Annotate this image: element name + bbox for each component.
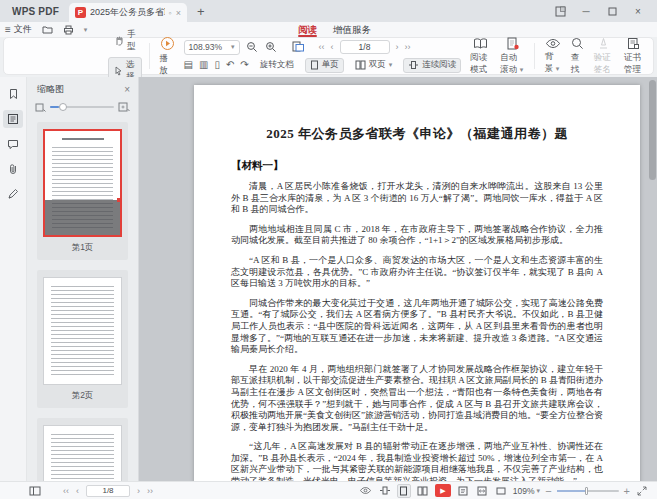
- rotate-right-icon[interactable]: ↷: [240, 60, 248, 70]
- document-tab[interactable]: P 2025年公务员多省联考《申论... ◦ ×: [69, 3, 187, 22]
- menubar: ≡ 文件 ▾ 阅读 增值服务: [0, 22, 657, 37]
- hand-mode-toggle[interactable]: [358, 484, 373, 498]
- rotate-left-icon[interactable]: ↶: [226, 60, 234, 70]
- fit-width-button[interactable]: [475, 484, 489, 498]
- single-page-button[interactable]: 单页: [305, 58, 344, 73]
- previous-page-button[interactable]: ‹: [331, 42, 334, 52]
- find-button[interactable]: 查找: [566, 40, 589, 72]
- verify-signature-label: 验证签名: [594, 52, 614, 76]
- zoom-out-button[interactable]: [246, 40, 259, 54]
- quick-access-dropdown[interactable]: ▾: [79, 26, 93, 34]
- vertical-scrollbar[interactable]: [649, 80, 656, 180]
- fit-width-icon[interactable]: ▥: [199, 60, 208, 70]
- fit-page-button[interactable]: [456, 484, 470, 498]
- snapshot-button[interactable]: [292, 40, 305, 54]
- paragraph: “这几年，A 区高速发展对 B 县的辐射带动正在逐步增强，两地产业互补性、协调性…: [231, 441, 603, 481]
- verify-signature-button[interactable]: 验证签名: [589, 40, 619, 72]
- tab-reading[interactable]: 阅读: [298, 22, 317, 37]
- tab-pin-icon[interactable]: ◦: [169, 8, 172, 18]
- slider-handle[interactable]: [59, 103, 67, 111]
- toolbar: 手型 选择 播放 108.93% ▾: [0, 37, 657, 77]
- zoom-out-button-status[interactable]: −: [545, 485, 551, 497]
- pdf-file-icon: P: [75, 7, 86, 18]
- thumbnail-panel: 缩略图 × 第1页 第2页: [27, 77, 139, 481]
- last-page-button-status[interactable]: ››: [147, 486, 153, 496]
- fit-window-button[interactable]: [378, 484, 392, 498]
- shrink-thumbnail-icon[interactable]: [35, 103, 46, 112]
- zoom-percentage-dropdown[interactable]: 109% ▾: [513, 486, 540, 496]
- paragraph: 清晨，A 区居民小陈准备烧饭，打开水龙头，清洌的自来水哗哗流出。这股来自 13 …: [231, 181, 603, 216]
- thumbnails-panel-button[interactable]: [3, 110, 23, 128]
- zoom-in-button[interactable]: [265, 40, 278, 54]
- zoom-slider[interactable]: [557, 490, 619, 492]
- auto-scroll-label: 自动滚动 ▾: [500, 52, 524, 76]
- app-logo[interactable]: WPS PDF: [0, 6, 69, 17]
- maximize-button[interactable]: [601, 2, 623, 20]
- toggle-sidebar-button[interactable]: [28, 484, 42, 498]
- comments-panel-button[interactable]: [3, 135, 23, 153]
- first-page-button-status[interactable]: ‹‹: [63, 486, 69, 496]
- zoom-in-button-status[interactable]: +: [624, 485, 630, 497]
- thumbnail-page-1[interactable]: 第1页: [37, 122, 128, 260]
- double-page-view-button[interactable]: [416, 484, 430, 498]
- single-page-icon: [310, 60, 319, 70]
- tab-close-icon[interactable]: ×: [176, 8, 181, 18]
- fit-visible-icon[interactable]: ▯: [214, 60, 220, 70]
- next-page-button[interactable]: ›: [396, 42, 399, 52]
- zoom-and-page-controls: 108.93% ▾ ‹‹ ‹ › ›› ▤ ▥: [180, 40, 466, 72]
- close-window-button[interactable]: ×: [627, 2, 649, 20]
- bookmarks-panel-button[interactable]: [3, 85, 23, 103]
- background-button[interactable]: 背景 ▾: [540, 40, 566, 72]
- single-page-label: 单页: [322, 59, 339, 71]
- rotate-document-button[interactable]: 旋转文档: [255, 58, 299, 73]
- tab-title: 2025年公务员多省联考《申论...: [90, 6, 165, 19]
- hand-tool-label: 手型: [127, 29, 136, 53]
- viewport-grip[interactable]: [117, 198, 121, 202]
- chevron-down-icon: ▾: [389, 61, 393, 69]
- folder-icon: [42, 25, 53, 34]
- fit-visible-button[interactable]: [494, 484, 508, 498]
- document-view[interactable]: 2025 年公务员多省联考《申论》（福建通用卷）题 【材料一】 清晨，A 区居民…: [139, 77, 657, 481]
- certificate-manage-button[interactable]: 证书管理: [619, 40, 649, 72]
- continuous-reading-button[interactable]: 连续阅读: [403, 58, 461, 73]
- thumbnail-page-3[interactable]: 第3页: [37, 418, 128, 481]
- previous-page-button-status[interactable]: ‹: [76, 486, 79, 496]
- last-page-button[interactable]: ››: [405, 42, 411, 52]
- single-page-view-button[interactable]: [397, 484, 411, 498]
- bookmark-icon: [8, 88, 19, 100]
- workspace-layout-icon[interactable]: [549, 2, 571, 20]
- auto-scroll-button[interactable]: 自动滚动 ▾: [495, 40, 529, 72]
- fit-page-icon[interactable]: ▤: [184, 60, 193, 70]
- play-button[interactable]: 播放: [155, 40, 180, 72]
- zoom-slider-handle[interactable]: [585, 487, 588, 495]
- hand-tool-button[interactable]: 手型: [108, 27, 142, 55]
- page-number-input[interactable]: [340, 40, 390, 54]
- double-page-button[interactable]: 双页 ▾: [350, 58, 398, 73]
- rotate-document-label: 旋转文档: [260, 59, 294, 71]
- fullscreen-button[interactable]: [635, 484, 649, 498]
- enlarge-thumbnail-icon[interactable]: [118, 102, 130, 112]
- new-tab-button[interactable]: +: [197, 4, 205, 19]
- first-page-button[interactable]: ‹‹: [319, 42, 325, 52]
- tab-value-added-services[interactable]: 增值服务: [333, 22, 371, 37]
- auto-scroll-icon: [506, 37, 519, 50]
- left-icon-strip: [0, 77, 27, 481]
- print-button[interactable]: [58, 25, 79, 35]
- page-3-preview: [43, 425, 122, 481]
- thumbnail-size-slider[interactable]: [50, 106, 114, 108]
- zoom-level-dropdown[interactable]: 108.93% ▾: [184, 40, 240, 55]
- next-page-button-status[interactable]: ›: [137, 486, 140, 496]
- page-number-input-status[interactable]: [86, 485, 130, 497]
- play-presentation-button[interactable]: ▶: [435, 484, 451, 497]
- page-1-label: 第1页: [43, 237, 122, 260]
- pdf-page: 2025 年公务员多省联考《申论》（福建通用卷）题 【材料一】 清晨，A 区居民…: [194, 85, 640, 481]
- panel-close-icon[interactable]: ×: [124, 84, 130, 95]
- thumbnail-page-2[interactable]: 第2页: [37, 270, 128, 408]
- main-menu-button[interactable]: ≡ 文件: [0, 23, 37, 36]
- minimize-button[interactable]: ─: [575, 2, 597, 20]
- signature-panel-button[interactable]: [3, 185, 23, 203]
- read-mode-button[interactable]: 阅读模式: [465, 40, 495, 72]
- attachments-panel-button[interactable]: [3, 160, 23, 178]
- single-page-icon: [399, 486, 408, 496]
- open-file-button[interactable]: [37, 25, 58, 34]
